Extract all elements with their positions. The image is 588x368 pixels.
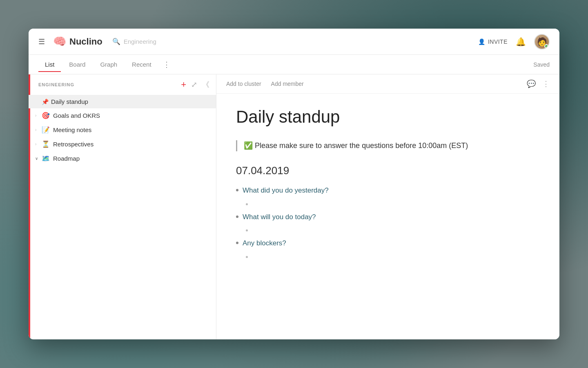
tabs-bar: List Board Graph Recent ⋮ Saved <box>29 55 559 74</box>
main-content: ENGINEERING + ⤢ 《 📌 Daily standup ⧉ › <box>29 74 559 339</box>
tab-list[interactable]: List <box>38 58 61 72</box>
chevron-right-icon: › <box>35 142 40 146</box>
avatar[interactable]: 🧑 <box>534 34 550 49</box>
blockquote-text: ✅ Please make sure to answer the questio… <box>244 140 540 151</box>
search-bar[interactable]: 🔍 Engineering <box>112 38 479 45</box>
avatar-online-indicator <box>544 44 548 48</box>
document-blockquote: ✅ Please make sure to answer the questio… <box>236 140 540 151</box>
pin-icon: 📌 <box>42 99 49 105</box>
document-title: Daily standup <box>236 107 540 127</box>
doc-toolbar: Add to cluster Add member 💬 ⋮ <box>216 74 559 94</box>
tab-recent[interactable]: Recent <box>125 58 158 72</box>
tab-board[interactable]: Board <box>62 58 92 72</box>
sidebar-item-label: Retrospectives <box>53 141 205 148</box>
sub-item <box>236 199 540 205</box>
document-body: Daily standup ✅ Please make sure to answ… <box>216 94 559 339</box>
expand-sidebar-icon[interactable]: ⤢ <box>191 80 197 89</box>
question-item-3: Any blockers? <box>236 238 540 258</box>
search-icon: 🔍 <box>112 38 120 45</box>
sidebar-item-retrospectives[interactable]: › ⏳ Retrospectives ⧉ <box>29 137 216 151</box>
logo-brain-icon: 🧠 <box>53 35 66 48</box>
sub-bullet-icon <box>246 229 248 231</box>
question-item-1: What did you do yesterday? <box>236 185 540 205</box>
sub-item <box>236 225 540 231</box>
sidebar-item-meeting-notes[interactable]: › 📝 Meeting notes ⧉ <box>29 123 216 137</box>
collapse-sidebar-icon[interactable]: 《 <box>202 80 209 90</box>
roadmap-emoji-icon: 🗺️ <box>42 155 50 162</box>
bullet-icon <box>236 189 238 191</box>
app-window: ☰ 🧠 Nuclino 🔍 Engineering 👤 INVITE 🔔 🧑 L… <box>29 29 559 339</box>
sidebar-item-roadmap[interactable]: ∨ 🗺️ Roadmap ⧉ <box>29 151 216 166</box>
chevron-down-icon: ∨ <box>35 156 40 161</box>
chevron-placeholder <box>35 99 40 104</box>
sub-bullet-icon <box>246 256 248 258</box>
header-actions: 👤 INVITE 🔔 🧑 <box>478 34 550 49</box>
sidebar-item-label: Daily standup <box>51 98 205 105</box>
doc-toolbar-right: 💬 ⋮ <box>527 79 550 88</box>
add-member-button[interactable]: Add member <box>271 81 304 87</box>
header: ☰ 🧠 Nuclino 🔍 Engineering 👤 INVITE 🔔 🧑 <box>29 29 559 55</box>
meeting-emoji-icon: 📝 <box>42 126 50 134</box>
sidebar-title: ENGINEERING <box>38 82 178 87</box>
add-item-button[interactable]: + <box>181 79 186 90</box>
goals-emoji-icon: 🎯 <box>42 112 50 119</box>
sidebar-item-label: Roadmap <box>53 155 205 162</box>
notifications-bell-icon[interactable]: 🔔 <box>516 37 526 47</box>
sidebar-actions: + ⤢ 《 <box>181 79 209 90</box>
list-item: What will you do today? <box>236 212 540 222</box>
question-text: What did you do yesterday? <box>243 185 329 196</box>
sidebar-items: 📌 Daily standup ⧉ › 🎯 Goals and OKRS ⧉ ›… <box>29 93 216 339</box>
bullet-icon <box>236 215 238 218</box>
add-to-cluster-button[interactable]: Add to cluster <box>226 81 261 87</box>
logo-text: Nuclino <box>69 36 102 47</box>
sidebar-item-label: Meeting notes <box>53 126 205 133</box>
document-area: Add to cluster Add member 💬 ⋮ Daily stan… <box>216 74 559 339</box>
invite-person-icon: 👤 <box>478 38 486 45</box>
sidebar-item-daily-standup[interactable]: 📌 Daily standup ⧉ <box>29 95 216 108</box>
chevron-right-icon: › <box>35 113 40 118</box>
document-date: 07.04.2019 <box>236 164 540 177</box>
search-placeholder: Engineering <box>124 38 156 45</box>
chevron-right-icon: › <box>35 128 40 132</box>
question-text: What will you do today? <box>243 212 316 222</box>
list-item: What did you do yesterday? <box>236 185 540 196</box>
saved-status: Saved <box>533 61 550 68</box>
invite-button[interactable]: 👤 INVITE <box>478 38 508 45</box>
logo: 🧠 Nuclino <box>53 35 102 48</box>
sub-bullet-icon <box>246 203 248 205</box>
retro-emoji-icon: ⏳ <box>42 140 50 148</box>
hamburger-icon[interactable]: ☰ <box>38 37 45 46</box>
sidebar-item-goals-okrs[interactable]: › 🎯 Goals and OKRS ⧉ <box>29 108 216 123</box>
comment-icon[interactable]: 💬 <box>527 79 536 88</box>
sub-item <box>236 252 540 258</box>
question-text: Any blockers? <box>243 238 286 249</box>
sidebar-item-label: Goals and OKRS <box>53 112 205 119</box>
question-item-2: What will you do today? <box>236 212 540 232</box>
list-item: Any blockers? <box>236 238 540 249</box>
bullet-icon <box>236 242 238 244</box>
tabs-more-icon[interactable]: ⋮ <box>160 58 174 71</box>
tab-graph[interactable]: Graph <box>94 58 124 72</box>
sidebar: ENGINEERING + ⤢ 《 📌 Daily standup ⧉ › <box>29 74 216 339</box>
more-options-icon[interactable]: ⋮ <box>542 79 550 88</box>
sidebar-header: ENGINEERING + ⤢ 《 <box>29 74 216 93</box>
